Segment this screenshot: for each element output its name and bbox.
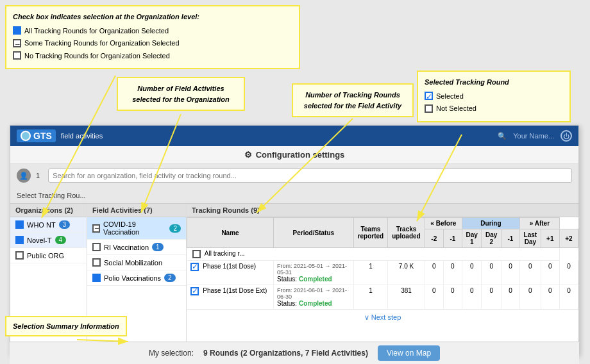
row1-bm2: 0 xyxy=(425,261,443,285)
row2-ld: 0 xyxy=(519,285,541,310)
org-item-novelt[interactable]: Novel-T 4 xyxy=(10,233,87,248)
polio-checkbox-icon[interactable] xyxy=(92,274,101,282)
annotation-field-activities: Number of Field Activities selected for … xyxy=(117,77,245,111)
field-name-social: Social Mobilization xyxy=(104,259,162,267)
annotation-cb1-label: All Tracking Rounds for Organization Sel… xyxy=(24,26,169,37)
annotation-checkbox-title: Check box indicates selection at the Org… xyxy=(13,12,292,22)
row1-ap1: 0 xyxy=(541,261,559,285)
field-name-polio: Polio Vaccinations xyxy=(104,274,161,282)
avatar: 👤 xyxy=(17,169,31,183)
all-tracking-checkbox[interactable] xyxy=(192,250,201,258)
who-badge: 3 xyxy=(59,220,71,229)
covid-checkbox-icon[interactable] xyxy=(92,224,100,233)
field-item-social[interactable]: Social Mobilization xyxy=(87,255,186,270)
field-name-ri: RI Vaccination xyxy=(104,244,149,251)
annotation-cb3-label: No Tracking Rounds for Organization Sele… xyxy=(24,51,170,62)
config-settings-bar: ⚙ Configuration settings xyxy=(10,146,578,164)
field-item-covid[interactable]: COVID-19 Vaccination 2 xyxy=(87,217,186,240)
row1-tracks: 7.0 K xyxy=(388,261,425,285)
page-count: 1 xyxy=(36,172,40,179)
row2-bm1: 0 xyxy=(443,285,462,310)
row1-teams: 1 xyxy=(353,261,388,285)
annotation-cb1-row: All Tracking Rounds for Organization Sel… xyxy=(13,26,292,37)
power-button[interactable]: ⏻ xyxy=(560,130,572,142)
novelt-checkbox-icon[interactable] xyxy=(15,236,24,244)
row2-dm1: 0 xyxy=(501,285,519,310)
header-nav[interactable]: field activities xyxy=(61,132,103,140)
annotation-not-selected-label: Not Selected xyxy=(436,103,476,114)
annotation-selected-label: Selected xyxy=(436,91,464,102)
col-period: Period/Status xyxy=(274,218,354,248)
row2-ap1: 0 xyxy=(541,285,559,310)
header-search-icon: 🔍 xyxy=(498,132,507,140)
config-title: Configuration settings xyxy=(256,150,345,160)
field-item-polio[interactable]: Polio Vaccinations 2 xyxy=(87,270,186,286)
annotation-cb3-row: No Tracking Rounds for Organization Sele… xyxy=(13,51,292,62)
row2-d1: 0 xyxy=(462,285,481,310)
row1-ld: 0 xyxy=(519,261,541,285)
annotation-selected-tracking: Selected Tracking Round Selected Not Sel… xyxy=(417,70,571,122)
config-icon: ⚙ xyxy=(244,150,252,160)
select-tracking-row: Select Tracking Rou... xyxy=(10,187,578,204)
empty-checkbox-icon xyxy=(13,51,21,60)
publicorg-checkbox-icon[interactable] xyxy=(15,251,24,260)
who-checkbox-icon[interactable] xyxy=(15,220,24,229)
selected-checked-icon xyxy=(425,92,433,100)
field-name-covid: COVID-19 Vaccination xyxy=(103,220,166,236)
row1-name: Phase 1(1st Dose) xyxy=(187,261,274,285)
header-right: 🔍 Your Name... ⏻ xyxy=(498,130,572,142)
annotation-selected-tracking-title: Selected Tracking Round xyxy=(425,77,563,88)
field-panel-header: Field Activities (7) xyxy=(87,204,186,217)
org-name-novelt: Novel-T xyxy=(27,236,52,244)
field-header-label: Field Activities (7) xyxy=(92,206,153,214)
orgs-panel-header: Organizations (2) xyxy=(10,204,87,217)
novelt-badge: 4 xyxy=(55,236,67,244)
col-before-m2: -2 xyxy=(425,229,443,248)
app-footer: My selection: 9 Rounds (2 Organizations,… xyxy=(10,342,579,364)
col-tracks: Tracks uploaded xyxy=(388,218,425,248)
row2-teams: 1 xyxy=(353,285,388,310)
full-checkbox-icon xyxy=(13,26,21,35)
footer-selection-count: 9 Rounds (2 Organizations, 7 Field Activ… xyxy=(203,349,368,358)
ri-badge: 1 xyxy=(152,243,164,251)
tracking-rounds-panel: Tracking Rounds (9) Name Period/Status T… xyxy=(187,204,578,355)
row2-period: From: 2021-06-01 → 2021-06-30 Status: Co… xyxy=(274,285,354,310)
tracking-panel-header: Tracking Rounds (9) xyxy=(187,204,578,217)
logo-text: GTS xyxy=(33,131,52,141)
annotation-cb2-row: Some Tracking Rounds for Organization Se… xyxy=(13,38,292,49)
tracking-header-label: Tracking Rounds (9) xyxy=(192,206,260,214)
globe-icon xyxy=(21,131,31,141)
org-item-publicorg[interactable]: Public ORG xyxy=(10,248,87,263)
next-step[interactable]: ∨ Next step xyxy=(187,310,578,325)
phase1-checkbox[interactable] xyxy=(190,263,199,271)
annotation-selected-row: Selected xyxy=(425,91,563,102)
view-map-button[interactable]: View on Map xyxy=(378,345,440,361)
select-tracking-label: Select Tracking Rou... xyxy=(17,192,86,199)
tracking-table: Name Period/Status Teams reported Tracks… xyxy=(187,217,578,310)
row2-bm2: 0 xyxy=(425,285,443,310)
col-before-header: « Before xyxy=(425,218,462,229)
not-selected-checkbox-icon xyxy=(425,104,433,113)
header-logo: GTS xyxy=(17,129,56,142)
field-item-ri[interactable]: RI Vaccination 1 xyxy=(87,240,186,255)
annotation-not-selected-row: Not Selected xyxy=(425,103,563,114)
search-input[interactable] xyxy=(48,169,572,183)
annotation-cb2-label: Some Tracking Rounds for Organization Se… xyxy=(24,38,180,49)
row2-tracks: 381 xyxy=(388,285,425,310)
row1-bm1: 0 xyxy=(443,261,462,285)
col-during-header: During xyxy=(462,218,519,229)
col-after-p2: +2 xyxy=(559,229,578,248)
table-row-phase1: Phase 1(1st Dose) From: 2021-05-01 → 202… xyxy=(187,261,578,285)
orgs-header-label: Organizations (2) xyxy=(15,206,73,214)
col-after-header: » After xyxy=(519,218,559,229)
ri-checkbox-icon[interactable] xyxy=(92,243,101,251)
nav-field-activities[interactable]: field activities xyxy=(61,132,103,140)
col-day1: Day 1 xyxy=(462,229,481,248)
social-checkbox-icon[interactable] xyxy=(92,258,101,267)
org-name-whont: WHO NT xyxy=(27,221,56,229)
col-teams: Teams reported xyxy=(353,218,388,248)
phase1ext-checkbox[interactable] xyxy=(190,287,199,295)
org-item-whont[interactable]: WHO NT 3 xyxy=(10,217,87,233)
next-step-label[interactable]: ∨ Next step xyxy=(364,313,401,321)
col-after-p1: +1 xyxy=(541,229,559,248)
